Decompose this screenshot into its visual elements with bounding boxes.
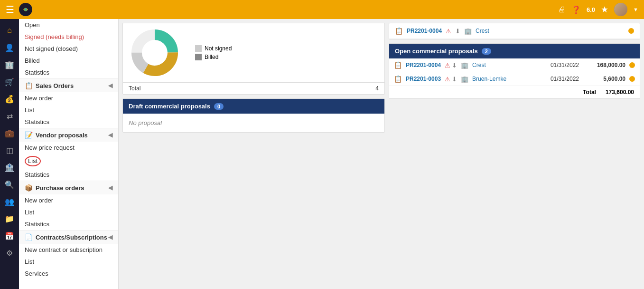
contracts-section: 📄 Contracts/Subscriptions ◀ New contract…	[19, 230, 118, 279]
sidebar-item-sales-new-order[interactable]: New order	[19, 92, 118, 104]
proposals-total-amount: 173,600.00	[606, 89, 634, 96]
open-proposals-header: Open commercial proposals 2	[389, 44, 640, 58]
chart-area: Not signed Billed	[123, 23, 384, 82]
app-logo	[19, 3, 32, 16]
no-proposal-text: No proposal	[123, 114, 384, 132]
contracts-icon: 📄	[25, 233, 33, 241]
sidebar-settings-icon[interactable]: ⚙	[2, 245, 17, 260]
svg-point-1	[24, 8, 27, 11]
row2-pr-id[interactable]: PR2201-0003	[406, 76, 441, 82]
top-pr-company[interactable]: Crest	[476, 28, 625, 34]
sidebar-search-icon[interactable]: 🔍	[2, 177, 17, 192]
sidebar-money-icon[interactable]: 💰	[2, 91, 17, 106]
sidebar-item-vendor-new-price[interactable]: New price request	[19, 142, 118, 154]
row2-icons: ⚠ ⬇	[445, 76, 457, 83]
contracts-header[interactable]: 📄 Contracts/Subscriptions ◀	[19, 230, 118, 244]
purchase-orders-label: Purchase orders	[36, 184, 84, 192]
row1-company-icon: 🏢	[461, 62, 468, 69]
sidebar-item-open[interactable]: Open	[19, 19, 118, 31]
sidebar-layers-icon[interactable]: ◫	[2, 143, 17, 158]
sidebar-home-icon[interactable]: ⌂	[2, 23, 17, 38]
sidebar-briefcase-icon[interactable]: 💼	[2, 125, 17, 141]
table-row: 📋 PR2201-0004 ⚠ ⬇ 🏢 Crest 01/31/2022 168…	[389, 58, 640, 72]
sidebar-item-statistics-1[interactable]: Statistics	[19, 67, 118, 78]
donut-chart-svg	[129, 29, 186, 77]
sidebar-folder-icon[interactable]: 📁	[2, 211, 17, 226]
row1-status-dot	[629, 62, 635, 68]
legend-billed: Billed	[195, 54, 232, 60]
open-proposals-badge: 2	[482, 48, 491, 55]
sidebar-item-vendor-list[interactable]: List	[19, 154, 118, 169]
user-avatar[interactable]	[614, 3, 627, 16]
list-circled: List	[25, 156, 41, 166]
top-pr-warning-icon: ⚠	[446, 28, 451, 35]
sales-orders-icon: 📋	[25, 82, 33, 89]
sidebar-item-signed-needs-billing[interactable]: Signed (needs billing)	[19, 31, 118, 43]
hamburger-icon[interactable]: ☰	[6, 4, 14, 15]
sidebar-user-icon[interactable]: 👤	[2, 40, 17, 55]
sidebar-item-contracts-list[interactable]: List	[19, 256, 118, 268]
row1-icons: ⚠ ⬇	[445, 62, 457, 69]
sidebar-item-billed[interactable]: Billed	[19, 55, 118, 67]
open-proposals-card: Open commercial proposals 2 📋 PR2201-000…	[389, 43, 640, 99]
draft-proposals-header: Draft commercial proposals 0	[123, 99, 384, 114]
print-icon[interactable]: 🖨	[558, 5, 566, 14]
sidebar-item-purchase-statistics[interactable]: Statistics	[19, 218, 118, 230]
legend-billed-color	[195, 54, 202, 60]
row1-pr-id[interactable]: PR2201-0004	[406, 62, 441, 68]
top-pr-id[interactable]: PR2201-0004	[407, 28, 442, 34]
chart-footer: Total 4	[123, 82, 384, 94]
sidebar-item-purchase-list[interactable]: List	[19, 206, 118, 218]
sidebar-transfer-icon[interactable]: ⇄	[2, 108, 17, 124]
top-pr-row: 📋 PR2201-0004 ⚠ ⬇ 🏢 Crest	[389, 23, 640, 39]
sidebar-item-vendor-statistics[interactable]: Statistics	[19, 169, 118, 181]
chart-card: Not signed Billed Total 4	[122, 23, 385, 95]
star-icon[interactable]: ★	[601, 4, 608, 15]
vendor-proposals-header[interactable]: 📝 Vendor proposals ◀	[19, 128, 118, 142]
sidebar-item-sales-statistics[interactable]: Statistics	[19, 116, 118, 128]
legend-not-signed-label: Not signed	[205, 45, 232, 52]
topbar: ☰ 🖨 ❓ 6.0 ★ ▼	[0, 0, 644, 19]
sidebar-bank-icon[interactable]: 🏦	[2, 160, 17, 175]
draft-proposals-badge: 0	[214, 103, 224, 110]
row1-company[interactable]: Crest	[472, 62, 537, 68]
sidebar-contact-icon[interactable]: 👥	[2, 194, 17, 209]
proposals-table-footer: Total 173,600.00	[389, 86, 640, 98]
sidebar-item-not-signed[interactable]: Not signed (closed)	[19, 43, 118, 55]
top-pr-status-dot	[628, 28, 634, 34]
sidebar-building-icon[interactable]: 🏢	[2, 57, 17, 72]
sales-orders-collapse[interactable]: ◀	[108, 82, 112, 89]
help-icon[interactable]: ❓	[571, 5, 581, 14]
sidebar-cart-icon[interactable]: 🛒	[2, 74, 17, 89]
row1-doc-icon: 📋	[394, 61, 402, 69]
right-section: 📋 PR2201-0004 ⚠ ⬇ 🏢 Crest Open commercia…	[389, 23, 640, 285]
top-pr-card: 📋 PR2201-0004 ⚠ ⬇ 🏢 Crest	[389, 23, 640, 39]
purchase-orders-collapse[interactable]: ◀	[108, 184, 112, 191]
purchase-orders-icon: 📦	[25, 184, 33, 192]
main-layout: ⌂ 👤 🏢 🛒 💰 ⇄ 💼 ◫ 🏦 🔍 👥 📁 📅 ⚙ Open Signed …	[0, 19, 644, 289]
contracts-collapse[interactable]: ◀	[108, 234, 112, 241]
draft-proposals-card: Draft commercial proposals 0 No proposal	[122, 98, 385, 133]
sidebar-item-sales-list[interactable]: List	[19, 104, 118, 116]
middle-section: Not signed Billed Total 4 Draft c	[122, 23, 385, 285]
sidebar-item-contracts-services[interactable]: Services	[19, 268, 118, 279]
proposals-table: 📋 PR2201-0004 ⚠ ⬇ 🏢 Crest 01/31/2022 168…	[389, 58, 640, 86]
vendor-proposals-collapse[interactable]: ◀	[108, 132, 112, 138]
purchase-orders-header[interactable]: 📦 Purchase orders ◀	[19, 181, 118, 194]
user-dropdown-arrow[interactable]: ▼	[633, 7, 638, 12]
topbar-right: 🖨 ❓ 6.0 ★ ▼	[558, 3, 638, 16]
sidebar-item-purchase-new-order[interactable]: New order	[19, 194, 118, 206]
open-proposals-title: Open commercial proposals	[395, 48, 478, 55]
row1-date: 01/31/2022	[541, 62, 579, 68]
contracts-label: Contracts/Subscriptions	[36, 234, 107, 241]
chart-total-label: Total	[129, 85, 140, 92]
row2-doc-icon: 📋	[394, 75, 402, 83]
draft-proposals-title: Draft commercial proposals	[129, 103, 210, 110]
sales-orders-header[interactable]: 📋 Sales Orders ◀	[19, 78, 118, 92]
left-sidebar: Open Signed (needs billing) Not signed (…	[19, 19, 119, 289]
row2-warning-icon: ⚠	[445, 76, 450, 83]
sidebar-item-contracts-new[interactable]: New contract or subscription	[19, 244, 118, 256]
sales-orders-label: Sales Orders	[36, 82, 74, 89]
row2-company[interactable]: Bruen-Lemke	[472, 76, 537, 82]
sidebar-calendar-icon[interactable]: 📅	[2, 228, 17, 243]
